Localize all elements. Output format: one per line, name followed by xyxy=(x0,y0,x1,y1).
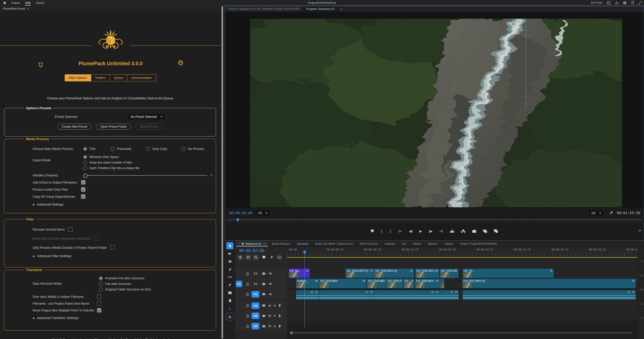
timeline-timecode[interactable]: 00:00:02:06 xyxy=(239,248,264,253)
button-editor-plus-button[interactable]: + xyxy=(639,228,641,233)
checkbox[interactable] xyxy=(97,308,101,312)
tab-toolbox[interactable]: Toolbox xyxy=(91,74,110,81)
timeline-clip[interactable]: DJI_0259.MP4fx xyxy=(367,279,386,288)
razor-tool[interactable] xyxy=(226,266,233,273)
timeline-clip[interactable]: Sample _fx xyxy=(296,279,319,288)
timeline-clip[interactable]: DJI_0255.MP4 [V]fx xyxy=(345,268,374,278)
track-targeting-icon[interactable] xyxy=(262,283,266,285)
lock-icon[interactable] xyxy=(246,292,249,296)
tab-markers[interactable]: Markers xyxy=(425,241,441,247)
track-targeting-icon[interactable] xyxy=(262,314,266,317)
track-select-forward-tool[interactable] xyxy=(226,250,233,257)
tab-plumepack-panel[interactable]: PlumePack Panel xyxy=(0,7,27,10)
comparison-view-button[interactable] xyxy=(483,230,487,233)
ripple-edit-tool[interactable] xyxy=(226,258,233,265)
tab-main-options[interactable]: Main Options xyxy=(65,74,91,81)
timeline-playhead[interactable] xyxy=(304,254,305,327)
tab-project-projectforplumepack[interactable]: Project: ProjectForPlumePack xyxy=(457,241,500,247)
timeline-settings-button[interactable] xyxy=(269,255,275,260)
track-targeting-icon[interactable] xyxy=(262,325,266,328)
tab-queue[interactable]: Queue xyxy=(110,74,127,81)
timeline-clip[interactable] xyxy=(440,279,444,288)
workspaces-stack-icon[interactable] xyxy=(623,1,627,4)
menu-import[interactable]: Import xyxy=(9,0,23,6)
panel-menu-icon[interactable]: ≡ xyxy=(340,8,342,11)
radio-no-process[interactable]: No Process xyxy=(182,147,204,151)
mute-button[interactable]: M xyxy=(269,304,271,307)
step-forward-button[interactable]: |▶ xyxy=(429,229,432,233)
timeline-clip[interactable]: DJI_Ma...fx xyxy=(289,268,310,278)
program-timecode[interactable]: 00:00:02:06 xyxy=(229,211,253,215)
home-icon[interactable] xyxy=(3,1,6,5)
close-icon[interactable]: × xyxy=(238,242,240,245)
play-button[interactable]: ▶ xyxy=(419,229,422,233)
lane-a2[interactable] xyxy=(287,300,638,310)
tab-libraries[interactable]: Libraries xyxy=(381,241,398,247)
toggle-track-output-eye-icon[interactable] xyxy=(269,272,272,275)
export-frame-button[interactable] xyxy=(472,230,476,233)
panel-menu-icon[interactable]: ≡ xyxy=(264,242,265,245)
tab-effect-controls[interactable]: Effect Controls xyxy=(356,241,381,247)
extract-button[interactable] xyxy=(461,229,465,233)
solo-button[interactable]: S xyxy=(274,314,275,317)
radio-premiere-pro-bins-structure[interactable]: Premiere Pro Bins Structure xyxy=(99,276,151,280)
radio-each-timeline-clip-into-a-unique-file[interactable]: Each Timeline Clip into a unique file xyxy=(83,166,139,170)
step-back-button[interactable]: ◀| xyxy=(409,229,413,233)
timeline-clip[interactable]: DJI_0259.MP4fx xyxy=(319,279,366,288)
radio-original-folder-structure-on-disk[interactable]: Original Folder Structure on Disk xyxy=(99,287,151,291)
radio-only-copy[interactable]: Only Copy xyxy=(146,147,167,151)
track-targeting-icon[interactable] xyxy=(262,293,266,296)
radio-transcode[interactable]: Transcode xyxy=(110,147,132,151)
track-button-a3[interactable]: A3 xyxy=(251,323,259,329)
advanced-settings-toggle[interactable]: ▶ Advanced Settings: xyxy=(33,203,212,206)
tab-media-browser[interactable]: Media Browser xyxy=(269,241,294,247)
hand-tool[interactable] xyxy=(226,297,233,304)
tab-audio-clip-mixer-sequence-01[interactable]: Audio Clip Mixer: Sequence 01 xyxy=(312,241,356,247)
tab-documentation[interactable]: Documentation xyxy=(127,74,156,81)
monitor-scrub-bar[interactable] xyxy=(227,219,642,222)
track-button-v2[interactable]: V2 xyxy=(251,281,259,287)
zoom-level-select[interactable]: Fit ▼ xyxy=(256,210,270,216)
mute-button[interactable]: M xyxy=(269,314,271,317)
timeline-audio-clip[interactable]: |||fx xyxy=(374,290,440,300)
open-preset-folder-button[interactable]: Open Preset Folder xyxy=(96,124,131,130)
timeline-clip[interactable]: DJI_0255.MP4 [V]fx xyxy=(415,268,439,278)
playback-resolution-select[interactable]: 1/2 ▼ xyxy=(589,210,604,216)
add-marker-button[interactable] xyxy=(371,230,374,233)
type-tool[interactable]: T xyxy=(226,305,233,312)
tab-metadata[interactable]: Metadata xyxy=(294,241,312,247)
source-patch-v1[interactable]: V1 xyxy=(236,281,242,287)
advanced-filter-settings-toggle[interactable]: ▶ Advanced Filter Settings: xyxy=(33,254,212,258)
search-zoom-icon[interactable] xyxy=(631,1,634,5)
timeline-clip[interactable]: DJI_0255.MP4 [V]fx xyxy=(374,268,414,278)
timeline-audio-clip[interactable]: |||fx xyxy=(296,290,319,300)
timeline-clip[interactable]: DJI_0259...fx xyxy=(386,279,403,288)
lock-icon[interactable] xyxy=(246,282,249,286)
handles-slider[interactable] xyxy=(83,175,207,176)
pen-tool[interactable] xyxy=(226,281,233,288)
lock-icon[interactable] xyxy=(246,272,249,275)
checkbox[interactable] xyxy=(81,180,85,185)
lane-a1[interactable]: |||fx|||fx|||fx|||fx|||fx xyxy=(287,290,638,300)
voiceover-mic-icon[interactable] xyxy=(278,314,281,318)
lock-icon[interactable] xyxy=(246,304,249,307)
snap-button[interactable] xyxy=(245,255,251,260)
nest-button[interactable] xyxy=(237,255,243,260)
create-new-preset-button[interactable]: Create New Preset xyxy=(57,124,91,130)
checkbox[interactable] xyxy=(81,194,85,199)
rectangle-tool[interactable] xyxy=(226,289,233,296)
timeline-audio-clip[interactable]: |||fx xyxy=(319,290,374,300)
checkbox[interactable] xyxy=(81,187,85,192)
workspace-icon[interactable] xyxy=(607,1,611,4)
tab-info[interactable]: Info xyxy=(398,241,410,247)
radio-minimize-disk-space[interactable]: Minimize Disk Space xyxy=(83,155,139,159)
monitor-playhead[interactable] xyxy=(237,218,239,222)
timeline-audio-clip[interactable]: |||fx xyxy=(440,290,459,300)
tab-history[interactable]: History xyxy=(441,241,457,247)
checkbox[interactable] xyxy=(97,301,101,306)
checkbox[interactable] xyxy=(110,245,115,250)
voiceover-mic-icon[interactable] xyxy=(278,304,281,307)
timeline-scrollbar[interactable] xyxy=(287,331,632,334)
button-editor-button[interactable] xyxy=(494,229,498,233)
lock-icon[interactable] xyxy=(246,314,249,318)
